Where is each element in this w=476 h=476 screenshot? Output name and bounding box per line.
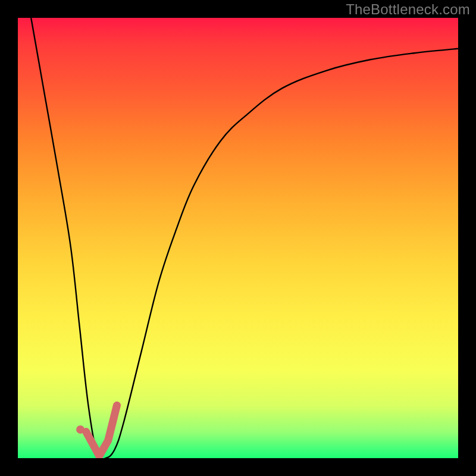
watermark-text: TheBottleneck.com [346, 1, 470, 18]
overlay-marker [86, 405, 117, 456]
curve-layer [18, 18, 458, 458]
chart-frame: TheBottleneck.com [0, 0, 476, 476]
plot-area [18, 18, 458, 458]
overlay-dot [76, 425, 84, 434]
bottleneck-curve [31, 18, 458, 458]
svg-point-0 [76, 425, 84, 434]
